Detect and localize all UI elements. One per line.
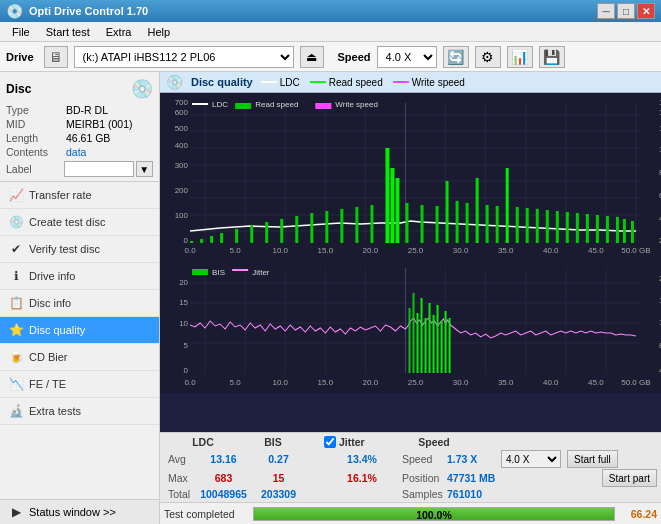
disc-title: Disc (6, 82, 31, 96)
chart-legend: LDC Read speed Write speed (261, 77, 465, 88)
ldc-total: 10048965 (196, 488, 251, 500)
sidebar: Disc 💿 Type BD-R DL MID MEIRB1 (001) Len… (0, 72, 160, 524)
read-speed-legend-label: Read speed (329, 77, 383, 88)
jitter-checkbox[interactable] (324, 436, 336, 448)
svg-text:500: 500 (175, 124, 189, 133)
info-button[interactable]: 📊 (507, 46, 533, 68)
minimize-button[interactable]: ─ (597, 3, 615, 19)
svg-text:15: 15 (179, 298, 188, 307)
menu-start-test[interactable]: Start test (38, 24, 98, 40)
sidebar-item-cd-bier[interactable]: 🍺 CD Bier (0, 344, 159, 371)
position-value: 47731 MB (447, 472, 517, 484)
ldc-legend-color (261, 81, 277, 83)
sidebar-item-disc-info[interactable]: 📋 Disc info (0, 290, 159, 317)
svg-text:45.0: 45.0 (588, 246, 604, 255)
svg-text:200: 200 (175, 186, 189, 195)
bis-max: 15 (251, 472, 306, 484)
svg-rect-61 (370, 205, 373, 243)
transfer-rate-icon: 📈 (8, 187, 24, 203)
eject-button[interactable]: ⏏ (300, 46, 324, 68)
drive-bar: Drive 🖥 (k:) ATAPI iHBS112 2 PL06 ⏏ Spee… (0, 42, 661, 72)
fe-te-icon: 📉 (8, 376, 24, 392)
ldc-max: 683 (196, 472, 251, 484)
menu-file[interactable]: File (4, 24, 38, 40)
sidebar-item-drive-info[interactable]: ℹ Drive info (0, 263, 159, 290)
svg-text:BIS: BIS (212, 268, 225, 277)
samples-value: 761010 (447, 488, 517, 500)
sidebar-item-extra-tests[interactable]: 🔬 Extra tests (0, 398, 159, 425)
avg-label: Avg (168, 453, 196, 465)
svg-text:600: 600 (175, 108, 189, 117)
label-input[interactable] (64, 161, 134, 177)
status-window-label: Status window >> (29, 506, 116, 518)
drive-select[interactable]: (k:) ATAPI iHBS112 2 PL06 (74, 46, 294, 68)
extra-tests-icon: 🔬 (8, 403, 24, 419)
cd-bier-icon: 🍺 (8, 349, 24, 365)
sidebar-item-fe-te[interactable]: 📉 FE / TE (0, 371, 159, 398)
svg-rect-50 (210, 236, 213, 243)
menu-help[interactable]: Help (139, 24, 178, 40)
status-window-item[interactable]: ▶ Status window >> (0, 499, 159, 524)
sidebar-item-transfer-rate[interactable]: 📈 Transfer rate (0, 182, 159, 209)
svg-text:Jitter: Jitter (252, 268, 270, 277)
svg-rect-139 (441, 321, 443, 373)
menu-bar: File Start test Extra Help (0, 22, 661, 42)
svg-rect-54 (265, 222, 268, 243)
svg-rect-77 (536, 209, 539, 243)
sidebar-item-verify-test-disc[interactable]: ✔ Verify test disc (0, 236, 159, 263)
speed-value: 1.73 X (447, 453, 497, 465)
main-layout: Disc 💿 Type BD-R DL MID MEIRB1 (001) Len… (0, 72, 661, 524)
samples-label: Samples (402, 488, 447, 500)
type-label: Type (6, 104, 66, 116)
close-button[interactable]: ✕ (637, 3, 655, 19)
svg-rect-133 (417, 313, 419, 373)
start-part-button[interactable]: Start part (602, 469, 657, 487)
svg-rect-60 (355, 207, 358, 243)
svg-rect-88 (192, 103, 208, 105)
start-full-button[interactable]: Start full (567, 450, 618, 468)
svg-rect-83 (596, 215, 599, 243)
svg-rect-64 (395, 178, 399, 243)
title-bar: 💿 Opti Drive Control 1.70 ─ □ ✕ (0, 0, 661, 22)
maximize-button[interactable]: □ (617, 3, 635, 19)
svg-rect-131 (408, 308, 410, 373)
write-speed-legend-color (393, 81, 409, 83)
svg-rect-144 (232, 269, 248, 271)
svg-text:30.0: 30.0 (453, 246, 469, 255)
speed-dropdown[interactable]: 4.0 X (501, 450, 561, 468)
svg-text:35.0: 35.0 (498, 378, 514, 387)
speed-select[interactable]: 4.0 X (377, 46, 437, 68)
save-button[interactable]: 💾 (539, 46, 565, 68)
svg-rect-62 (385, 148, 389, 243)
svg-rect-48 (190, 241, 193, 243)
svg-rect-76 (526, 208, 529, 243)
svg-rect-85 (616, 217, 619, 243)
label-browse-button[interactable]: ▼ (136, 161, 153, 177)
bis-header: BIS (238, 436, 308, 448)
svg-rect-142 (192, 269, 208, 275)
ldc-header: LDC (168, 436, 238, 448)
sidebar-item-create-test-disc[interactable]: 💿 Create test disc (0, 209, 159, 236)
drive-info-icon: ℹ (8, 268, 24, 284)
svg-text:0: 0 (184, 236, 189, 245)
svg-text:10: 10 (179, 319, 188, 328)
svg-text:5: 5 (184, 341, 189, 350)
settings-button[interactable]: ⚙ (475, 46, 501, 68)
speed-readout: 66.24 (619, 508, 657, 520)
svg-rect-71 (476, 178, 479, 243)
svg-text:LDC: LDC (212, 100, 228, 109)
refresh-button[interactable]: 🔄 (443, 46, 469, 68)
bis-total: 203309 (251, 488, 306, 500)
sidebar-item-disc-quality[interactable]: ⭐ Disc quality (0, 317, 159, 344)
disc-panel: Disc 💿 Type BD-R DL MID MEIRB1 (001) Len… (0, 72, 159, 182)
svg-text:15.0: 15.0 (318, 246, 334, 255)
svg-text:10.0: 10.0 (272, 246, 288, 255)
disc-quality-title: Disc quality (191, 76, 253, 88)
menu-extra[interactable]: Extra (98, 24, 140, 40)
speed-header: Speed (409, 436, 459, 448)
svg-rect-59 (340, 209, 343, 243)
svg-text:25.0: 25.0 (408, 246, 424, 255)
svg-rect-52 (235, 229, 238, 243)
svg-text:100: 100 (175, 211, 189, 220)
svg-text:400: 400 (175, 141, 189, 150)
